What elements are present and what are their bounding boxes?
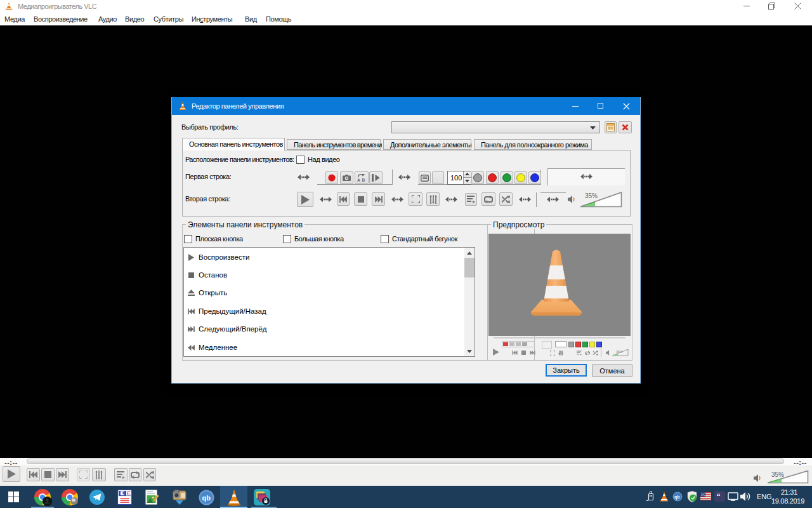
svg-text:B: B — [362, 178, 365, 182]
svg-text:“: “ — [717, 492, 721, 501]
svg-text:qb: qb — [674, 495, 680, 500]
svg-text:A: A — [357, 178, 360, 182]
svg-text:35%: 35% — [616, 350, 623, 354]
svg-text:qb: qb — [202, 494, 211, 502]
svg-text:E: E — [127, 490, 131, 497]
